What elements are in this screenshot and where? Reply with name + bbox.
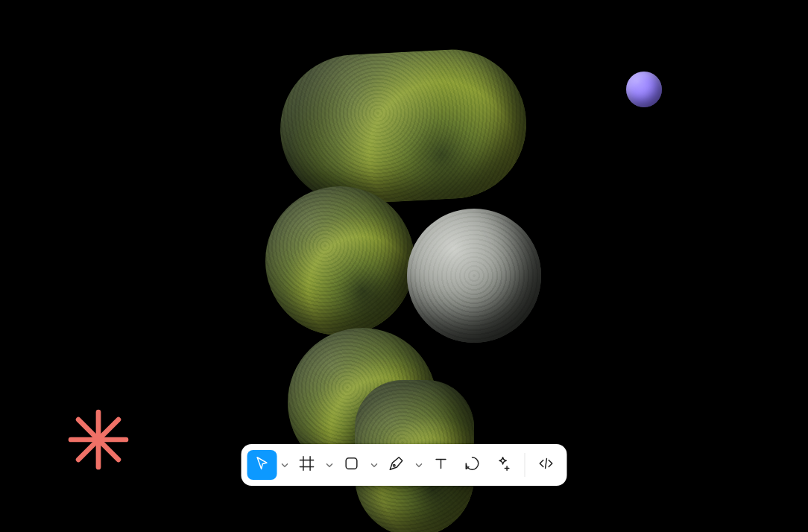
code-icon	[538, 455, 555, 475]
frame-tool-button[interactable]	[292, 450, 322, 480]
text-icon	[433, 455, 449, 475]
text-tool-button[interactable]	[426, 450, 456, 480]
design-toolbar	[242, 444, 567, 486]
square-icon	[344, 455, 360, 475]
comment-tool-button[interactable]	[458, 450, 487, 480]
actions-tool-button[interactable]	[489, 450, 519, 480]
shape-tool-caret[interactable]	[368, 450, 380, 480]
toolbar-divider	[525, 453, 525, 477]
svg-rect-8	[346, 458, 357, 469]
comment-icon	[464, 455, 481, 475]
decorative-sphere	[626, 72, 662, 107]
frame-tool-caret[interactable]	[323, 450, 335, 480]
pen-tool-button[interactable]	[382, 450, 411, 480]
shape-tool-button[interactable]	[337, 450, 367, 480]
pen-icon	[388, 455, 405, 475]
svg-point-9	[393, 464, 395, 466]
dev-mode-button[interactable]	[531, 450, 561, 480]
frame-icon	[299, 455, 315, 475]
sparkle-icon	[496, 455, 512, 475]
move-tool-caret[interactable]	[279, 450, 291, 480]
cursor-icon	[254, 455, 271, 475]
move-tool-button[interactable]	[247, 450, 277, 480]
svg-line-12	[546, 459, 547, 469]
decorative-asterisk-icon	[67, 408, 130, 471]
pen-tool-caret[interactable]	[413, 450, 425, 480]
